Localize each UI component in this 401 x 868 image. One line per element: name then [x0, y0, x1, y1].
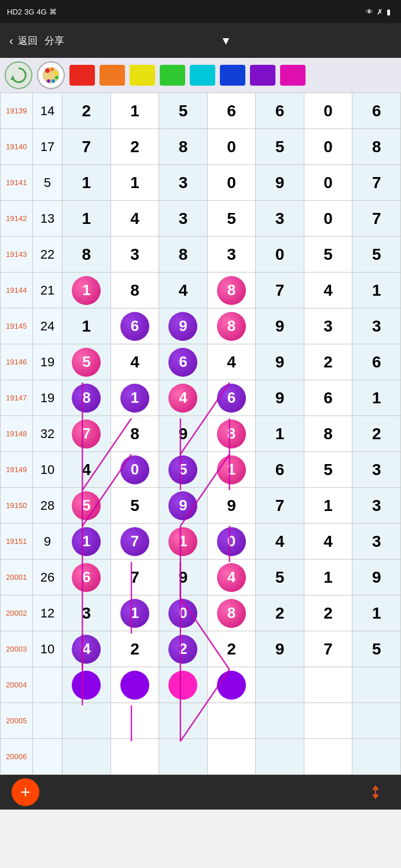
row-num-3: 0 — [207, 165, 256, 201]
row-num-5: 0 — [304, 129, 352, 165]
row-num-5 — [304, 667, 352, 703]
row-num-0: 8 — [62, 237, 111, 273]
row-num-4: 9 — [256, 165, 304, 201]
table-row: 19143228383055 — [1, 237, 401, 273]
row-num-5: 2 — [304, 595, 352, 631]
table-row: 19142131435307 — [1, 201, 401, 237]
table-row: 19140177280508 — [1, 129, 401, 165]
row-sum: 10 — [32, 631, 62, 667]
row-num-6 — [352, 739, 401, 775]
share-label[interactable]: 分享 — [45, 34, 64, 47]
row-num-4: 6 — [256, 452, 304, 488]
scroll-button[interactable] — [362, 778, 389, 806]
table-row: 19145241698933 — [1, 308, 401, 344]
row-num-1: 1 — [111, 93, 159, 129]
table-row: 19144211848741 — [1, 273, 401, 308]
color-green[interactable] — [160, 65, 185, 86]
row-id: 19142 — [1, 201, 33, 237]
palette-icon[interactable] — [37, 61, 65, 89]
color-cyan[interactable] — [190, 65, 215, 86]
row-num-6: 3 — [352, 452, 401, 488]
row-num-5: 2 — [304, 344, 352, 380]
row-num-0: 3 — [62, 595, 111, 631]
row-id: 19149 — [1, 452, 33, 488]
row-id: 19151 — [1, 524, 33, 560]
table-row: 19146195464926 — [1, 344, 401, 380]
row-num-1: 4 — [111, 201, 159, 237]
row-num-3: 2 — [207, 631, 256, 667]
row-num-1: 4 — [111, 344, 159, 380]
row-num-6 — [352, 703, 401, 739]
row-num-5: 5 — [304, 237, 352, 273]
row-num-3: 0 — [207, 129, 256, 165]
row-num-5: 4 — [304, 524, 352, 560]
row-num-2: 5 — [159, 93, 208, 129]
svg-marker-0 — [10, 75, 15, 80]
color-pink[interactable] — [280, 65, 306, 86]
row-id: 20006 — [1, 739, 33, 775]
row-num-0: 1 — [62, 201, 111, 237]
signal-4g: 4G — [36, 8, 46, 16]
row-num-4: 9 — [256, 380, 304, 416]
row-num-3: 4 — [207, 344, 256, 380]
row-sum: 19 — [32, 380, 62, 416]
add-button[interactable]: + — [12, 778, 39, 806]
svg-point-6 — [51, 79, 55, 83]
color-red[interactable] — [69, 65, 95, 86]
back-label[interactable]: 返回 — [18, 34, 38, 47]
row-num-2: 4 — [159, 273, 208, 308]
refresh-icon[interactable] — [5, 61, 32, 89]
color-blue[interactable] — [220, 65, 245, 86]
svg-marker-28 — [372, 795, 379, 799]
table-wrapper: 1913914215660619140177280508191415113090… — [0, 93, 401, 775]
row-num-6: 8 — [352, 129, 401, 165]
row-num-4: 9 — [256, 631, 304, 667]
row-num-5: 6 — [304, 380, 352, 416]
status-right: 👁 ✗ ▮ — [366, 8, 394, 16]
row-id: 20004 — [1, 667, 33, 703]
row-num-6: 5 — [352, 631, 401, 667]
row-num-5 — [304, 739, 352, 775]
main-table: 1913914215660619140177280508191415113090… — [0, 93, 401, 775]
row-num-3: 0 — [207, 524, 256, 560]
row-num-2: 4 — [159, 380, 208, 416]
row-num-2: 8 — [159, 129, 208, 165]
row-sum: 21 — [32, 273, 62, 308]
row-num-4: 7 — [256, 488, 304, 524]
row-num-1: 1 — [111, 165, 159, 201]
row-num-3 — [207, 667, 256, 703]
row-num-1: 6 — [111, 308, 159, 344]
row-num-4: 1 — [256, 416, 304, 452]
nav-left[interactable]: ‹ 返回 分享 — [9, 34, 64, 47]
row-id: 19139 — [1, 93, 33, 129]
row-id: 19140 — [1, 129, 33, 165]
row-num-2: 1 — [159, 524, 208, 560]
color-orange[interactable] — [100, 65, 125, 86]
row-num-6: 1 — [352, 380, 401, 416]
row-num-0: 5 — [62, 344, 111, 380]
color-purple[interactable] — [250, 65, 275, 86]
row-num-2: 3 — [159, 165, 208, 201]
table-row: 20001266794519 — [1, 560, 401, 595]
back-arrow-icon[interactable]: ‹ — [9, 34, 13, 47]
row-num-5: 3 — [304, 308, 352, 344]
row-num-2: 2 — [159, 631, 208, 667]
row-num-5: 7 — [304, 631, 352, 667]
color-yellow[interactable] — [130, 65, 155, 86]
table-row: 1914151130907 — [1, 165, 401, 201]
row-num-1 — [111, 703, 159, 739]
svg-point-4 — [54, 71, 58, 75]
row-num-4 — [256, 667, 304, 703]
row-id: 19150 — [1, 488, 33, 524]
row-sum: 19 — [32, 344, 62, 380]
row-num-0: 5 — [62, 488, 111, 524]
row-num-2: 3 — [159, 201, 208, 237]
row-num-4: 2 — [256, 595, 304, 631]
row-num-3: 8 — [207, 595, 256, 631]
row-num-5: 1 — [304, 560, 352, 595]
row-num-6: 1 — [352, 595, 401, 631]
row-sum: 28 — [32, 488, 62, 524]
row-sum: 13 — [32, 201, 62, 237]
row-num-5: 0 — [304, 201, 352, 237]
battery-icon: ▮ — [387, 8, 391, 16]
